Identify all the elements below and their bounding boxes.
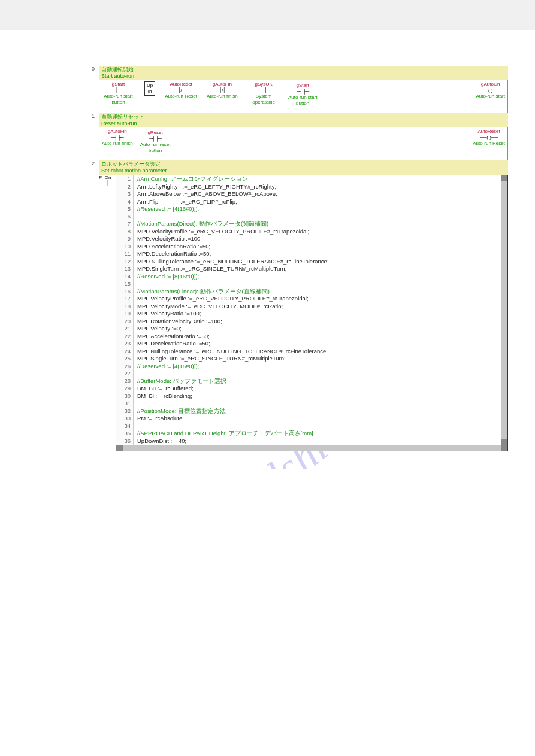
- code-line[interactable]: 7//MotionParams(Direct): 動作パラメータ(関節補間): [116, 220, 501, 228]
- line-number: 32: [116, 408, 134, 415]
- code-line[interactable]: 36UpDownDist := 40;: [116, 438, 501, 445]
- rung-index: 1: [92, 113, 99, 119]
- rung-body: gAutoFin─┤ ├─Auto-run finishgReset─┤ ├─A…: [99, 127, 508, 160]
- rung-header: ロボットパラメータ設定Set robot motion parameter: [99, 160, 508, 175]
- line-number: 18: [116, 303, 134, 311]
- code-line[interactable]: 29BM_Bu :=_rcBuffered;: [116, 385, 501, 393]
- output-coil: AutoReset──( )──Auto-run Reset: [473, 129, 505, 147]
- line-number: 1: [116, 175, 134, 183]
- line-number: 15: [116, 280, 134, 288]
- code-line[interactable]: 15: [116, 280, 501, 288]
- line-number: 35: [116, 430, 134, 438]
- code-line[interactable]: 2Arm.LeftyRighty :=_eRC_LEFTY_RIGHTY#_rc…: [116, 183, 501, 191]
- code-line[interactable]: 32//PositionMode: 目標位置指定方法: [116, 408, 501, 415]
- code-line[interactable]: 22MPL.AccelerationRatio :=50;: [116, 333, 501, 341]
- line-number: 24: [116, 348, 134, 356]
- output-coil: gAutoOn──( )──Auto-run start: [476, 81, 505, 99]
- code-line[interactable]: 31: [116, 400, 501, 408]
- line-number: 13: [116, 265, 134, 273]
- line-number: 16: [116, 288, 134, 296]
- code-line[interactable]: 17MPL.VelocityProfile :=_eRC_VELOCITY_PR…: [116, 295, 501, 303]
- line-number: 33: [116, 415, 134, 423]
- code-line[interactable]: 3Arm.AboveBelow :=_eRC_ABOVE_BELOW#_rcAb…: [116, 190, 501, 198]
- code-line[interactable]: 26//Reserved := [4(16#0)]);: [116, 363, 501, 371]
- line-number: 10: [116, 243, 134, 251]
- line-number: 12: [116, 258, 134, 266]
- line-number: 4: [116, 198, 134, 206]
- code-line[interactable]: 35//APPROACH and DEPART Height: アプローチ・デパ…: [116, 430, 501, 438]
- scrollbar-horizontal[interactable]: [116, 445, 507, 451]
- line-number: 27: [116, 370, 134, 378]
- scroll-right-icon[interactable]: [501, 445, 507, 451]
- code-line[interactable]: 19MPL.VelocityRatio :=100;: [116, 310, 501, 318]
- rung-index: 2: [92, 160, 99, 166]
- scroll-down-icon[interactable]: [501, 439, 507, 445]
- code-line[interactable]: 18MPL.VelocityMode :=_eRC_VELOCITY_MODE#…: [116, 303, 501, 311]
- line-number: 19: [116, 310, 134, 318]
- page-header-bar: [0, 0, 535, 30]
- function-block: Up In: [144, 81, 155, 96]
- code-line[interactable]: 27: [116, 370, 501, 378]
- scrollbar-vertical[interactable]: [501, 175, 507, 445]
- line-number: 23: [116, 340, 134, 348]
- code-line[interactable]: 16//MotionParams(Linear): 動作パラメータ(直線補間): [116, 288, 501, 296]
- line-number: 3: [116, 190, 134, 198]
- code-line[interactable]: 24MPL.NullingTolerance :=_eRC_NULLING_TO…: [116, 348, 501, 356]
- code-line[interactable]: 5//Reserved := [4(16#0)]);: [116, 205, 501, 213]
- ladder-element: AutoReset─┤/├─Auto-run Reset: [165, 81, 197, 107]
- code-line[interactable]: 12MPD.NullingTolerance :=_eRC_NULLING_TO…: [116, 258, 501, 266]
- code-line[interactable]: 20MPL.RotationVelocityRatio :=100;: [116, 318, 501, 326]
- code-line[interactable]: 9MPD.VelocityRatio :=100;: [116, 235, 501, 243]
- code-line[interactable]: 1//ArmConfig: アームコンフィグレーション: [116, 175, 501, 183]
- scroll-left-icon[interactable]: [116, 445, 123, 451]
- code-line[interactable]: 25MPL.SingleTurn :=_eRC_SINGLE_TURN#_rcM…: [116, 355, 501, 363]
- line-number: 21: [116, 325, 134, 333]
- line-number: 9: [116, 235, 134, 243]
- code-line[interactable]: 13MPD.SingleTurn :=_eRC_SINGLE_TURN#_rcM…: [116, 265, 501, 273]
- rung-body: gStart─┤ ├─Auto-run start buttonUp InAut…: [99, 80, 508, 113]
- line-number: 11: [116, 250, 134, 258]
- ladder-element: gStart─┤ ├─Auto-run start button: [102, 81, 135, 107]
- ladder-element: gReset─┤ ├─Auto-run reset button: [139, 130, 172, 154]
- line-number: 8: [116, 228, 134, 236]
- rung-body: P_On─┤├─1//ArmConfig: アームコンフィグレーション2Arm.…: [99, 175, 508, 451]
- code-line[interactable]: 14//Reserved := [8(16#0)]);: [116, 273, 501, 281]
- code-line[interactable]: 34: [116, 423, 501, 430]
- code-line[interactable]: 6: [116, 213, 501, 221]
- code-line[interactable]: 33PM :=_rcAbsolute;: [116, 415, 501, 423]
- ladder-diagram: 0自動運転開始Start auto-rungStart─┤ ├─Auto-run…: [27, 66, 508, 451]
- rung-header: 自動運転リセットReset auto-run: [99, 113, 508, 127]
- code-line[interactable]: 10MPD.AccelerationRatio :=50;: [116, 243, 501, 251]
- st-code-editor[interactable]: 1//ArmConfig: アームコンフィグレーション2Arm.LeftyRig…: [116, 175, 508, 451]
- scroll-up-icon[interactable]: [501, 175, 507, 181]
- line-number: 5: [116, 205, 134, 213]
- line-number: 20: [116, 318, 134, 326]
- line-number: 7: [116, 220, 134, 228]
- line-number: 22: [116, 333, 134, 341]
- rung-index: 0: [92, 66, 99, 72]
- ladder-element: Up In: [144, 81, 155, 107]
- line-number: 34: [116, 423, 134, 430]
- line-number: 29: [116, 385, 134, 393]
- line-number: 28: [116, 378, 134, 385]
- code-line[interactable]: 23MPL.DecelerationRatio :=50;: [116, 340, 501, 348]
- line-number: 26: [116, 363, 134, 371]
- code-line[interactable]: 28//BufferMode: バッファモード選択: [116, 378, 501, 385]
- code-line[interactable]: 11MPD.DecelerationRatio :=50;: [116, 250, 501, 258]
- line-number: 14: [116, 273, 134, 281]
- code-line[interactable]: 8MPD.VelocityProfile :=_eRC_VELOCITY_PRO…: [116, 228, 501, 236]
- line-number: 25: [116, 355, 134, 363]
- code-line[interactable]: 4Arm.Flip :=_eRC_FLIP#_rcFlip;: [116, 198, 501, 206]
- line-number: 2: [116, 183, 134, 191]
- line-number: 30: [116, 393, 134, 400]
- p-on-contact: P_On: [99, 175, 116, 180]
- line-number: 17: [116, 295, 134, 303]
- line-number: 36: [116, 438, 134, 445]
- line-number: 6: [116, 213, 134, 221]
- code-line[interactable]: 30BM_Bl :=_rcBlending;: [116, 393, 501, 400]
- rung-header: 自動運転開始Start auto-run: [99, 66, 508, 80]
- code-line[interactable]: 21MPL.Velocity :=0;: [116, 325, 501, 333]
- ladder-element: gAutoFin─┤ ├─Auto-run finish: [102, 129, 133, 154]
- ladder-element: gStart─┤ ├─Auto-run start button: [286, 83, 319, 107]
- ladder-element: gAutoFin─┤/├─Auto-run finish: [207, 81, 238, 107]
